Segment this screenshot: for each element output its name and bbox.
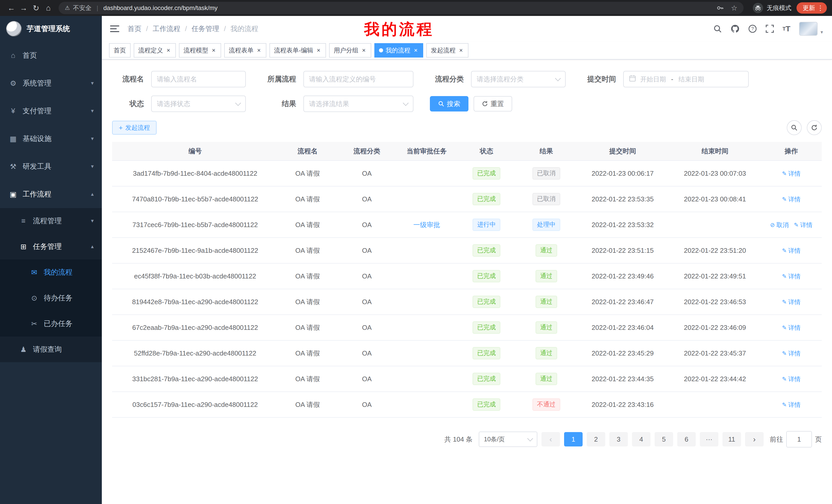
- sidebar-item-infrastructure[interactable]: ▦基础设施▼: [0, 125, 102, 152]
- sidebar-item-my-process[interactable]: ✉我的流程: [0, 259, 102, 285]
- task-link[interactable]: 一级审批: [413, 221, 440, 229]
- forward-button[interactable]: →: [18, 2, 30, 14]
- edit-icon: ✎: [782, 325, 786, 331]
- close-icon[interactable]: ×: [316, 47, 321, 54]
- prev-page-button[interactable]: ‹: [542, 432, 560, 446]
- fullscreen-icon[interactable]: [766, 25, 774, 33]
- help-icon[interactable]: ?: [748, 24, 757, 33]
- close-icon[interactable]: ×: [458, 47, 464, 54]
- detail-button[interactable]: ✎详情: [782, 375, 800, 383]
- close-icon[interactable]: ×: [256, 47, 262, 54]
- toggle-search-button[interactable]: [787, 120, 802, 135]
- home-button[interactable]: ⌂: [42, 2, 54, 14]
- sidebar-item-home[interactable]: ⌂首页: [0, 41, 102, 69]
- sidebar-item-leave-query[interactable]: ♟请假查询: [0, 337, 102, 362]
- update-button[interactable]: 更新 ⋮: [797, 2, 827, 13]
- sidebar-item-payment[interactable]: ¥支付管理▼: [0, 97, 102, 125]
- tab-start-process[interactable]: 发起流程×: [426, 43, 468, 58]
- sidebar-item-done-task[interactable]: ✂已办任务: [0, 311, 102, 337]
- github-icon[interactable]: [731, 24, 739, 33]
- detail-button[interactable]: ✎详情: [794, 221, 812, 229]
- breadcrumb-item[interactable]: 工作流程: [153, 24, 181, 33]
- cell-id: 03c6c157-7b9a-11ec-a290-acde48001122: [112, 392, 278, 417]
- cell-id: 2152467e-7b9b-11ec-9a1b-acde48001122: [112, 237, 278, 263]
- page-button-5[interactable]: 5: [655, 432, 673, 446]
- sidebar-item-system[interactable]: ⚙系统管理▼: [0, 69, 102, 97]
- close-icon[interactable]: ×: [361, 47, 367, 54]
- sidebar-logo[interactable]: 芋道管理系统: [0, 16, 102, 41]
- submit-time-range-picker[interactable]: 开始日期 - 结束日期: [623, 71, 749, 87]
- cell-submit-time: 2022-01-22 23:51:15: [576, 237, 669, 263]
- category-select[interactable]: 请选择流程分类: [471, 71, 566, 87]
- font-size-icon[interactable]: TT: [783, 24, 790, 33]
- detail-button[interactable]: ✎详情: [782, 170, 800, 178]
- avatar[interactable]: [799, 22, 817, 36]
- detail-button[interactable]: ✎详情: [782, 298, 800, 306]
- detail-button[interactable]: ✎详情: [782, 195, 800, 203]
- detail-button[interactable]: ✎详情: [782, 349, 800, 358]
- hamburger-icon[interactable]: [110, 25, 119, 32]
- sidebar-item-process-mgmt[interactable]: ≡流程管理▼: [0, 208, 102, 234]
- cancel-button[interactable]: ⊘取消: [770, 221, 788, 229]
- breadcrumb-item[interactable]: 首页: [128, 24, 141, 33]
- app-title: 芋道管理系统: [27, 24, 70, 34]
- back-button[interactable]: ←: [5, 2, 18, 14]
- detail-button[interactable]: ✎详情: [782, 324, 800, 332]
- close-icon[interactable]: ×: [165, 47, 171, 54]
- cell-result: 已取消: [517, 161, 576, 186]
- refresh-button[interactable]: [807, 120, 822, 135]
- page-button-1[interactable]: 1: [564, 432, 582, 446]
- browser-menu-icon[interactable]: ⋮: [817, 4, 824, 12]
- detail-button[interactable]: ✎详情: [782, 247, 800, 255]
- reload-button[interactable]: ↻: [30, 2, 42, 14]
- chevron-left-icon: ‹: [549, 436, 552, 443]
- tab-process-definition[interactable]: 流程定义×: [134, 43, 176, 58]
- page-button-4[interactable]: 4: [632, 432, 650, 446]
- tab-process-form-edit[interactable]: 流程表单-编辑×: [269, 43, 326, 58]
- search-button[interactable]: 搜索: [430, 96, 468, 111]
- status-select[interactable]: 请选择状态: [151, 95, 246, 112]
- process-definition-input[interactable]: [303, 71, 413, 87]
- detail-button[interactable]: ✎详情: [782, 401, 800, 409]
- bookmark-star-icon[interactable]: ☆: [731, 4, 737, 12]
- detail-button[interactable]: ✎详情: [782, 272, 800, 281]
- start-process-button[interactable]: + 发起流程: [112, 121, 157, 135]
- status-badge: 已完成: [473, 193, 500, 205]
- process-name-input[interactable]: [151, 71, 246, 87]
- close-icon[interactable]: ×: [211, 47, 216, 54]
- page-button-3[interactable]: 3: [609, 432, 628, 446]
- security-label[interactable]: 不安全: [73, 4, 92, 12]
- sidebar-item-todo-task[interactable]: ⊙待办任务: [0, 285, 102, 311]
- page-button-6[interactable]: 6: [677, 432, 696, 446]
- sidebar-item-task-mgmt[interactable]: ⊞任务管理▲: [0, 234, 102, 259]
- user-avatar-dropdown[interactable]: ▼: [799, 22, 824, 36]
- page-button-11[interactable]: 11: [723, 432, 741, 446]
- tab-user-group[interactable]: 用户分组×: [329, 43, 371, 58]
- tab-my-process[interactable]: 我的流程×: [374, 43, 423, 58]
- goto-page-input[interactable]: [786, 431, 812, 447]
- sidebar-item-workflow[interactable]: ▣工作流程▲: [0, 180, 102, 208]
- cell-actions: ✎详情: [761, 289, 822, 315]
- page-size-select[interactable]: 10条/页: [479, 431, 537, 447]
- breadcrumb-item[interactable]: 任务管理: [191, 24, 219, 33]
- url-text[interactable]: dashboard.yudao.iocoder.cn/bpm/task/my: [103, 4, 217, 11]
- address-bar[interactable]: ⚠ 不安全 | dashboard.yudao.iocoder.cn/bpm/t…: [59, 2, 744, 14]
- tab-process-model[interactable]: 流程模型×: [179, 43, 221, 58]
- column-header: 结束时间: [669, 142, 761, 161]
- result-select[interactable]: 请选择流结果: [303, 95, 413, 112]
- next-page-button[interactable]: ›: [745, 432, 763, 446]
- tab-process-form[interactable]: 流程表单×: [224, 43, 266, 58]
- column-header: 编号: [112, 142, 278, 161]
- sidebar-item-devtools[interactable]: ⚒研发工具▼: [0, 152, 102, 180]
- cell-id: 331bc281-7b9a-11ec-a290-acde48001122: [112, 366, 278, 392]
- tab-home[interactable]: 首页: [109, 43, 131, 58]
- page-button-2[interactable]: 2: [587, 432, 605, 446]
- reset-button[interactable]: 重置: [474, 96, 512, 111]
- calendar-icon: [629, 75, 636, 84]
- cell-status: 已完成: [457, 289, 517, 315]
- search-icon[interactable]: [713, 24, 722, 33]
- key-icon[interactable]: [717, 4, 724, 11]
- close-icon[interactable]: ×: [413, 47, 419, 54]
- page-ellipsis[interactable]: ···: [700, 432, 718, 446]
- sidebar-item-label: 研发工具: [23, 162, 51, 171]
